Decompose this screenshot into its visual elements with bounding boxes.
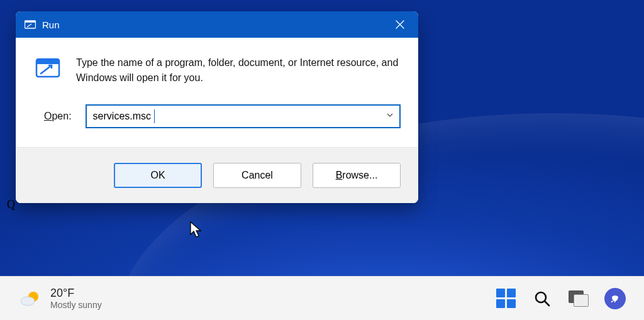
browse-button-label: Browse...	[336, 170, 378, 181]
open-combobox[interactable]	[86, 104, 401, 128]
run-icon	[33, 55, 62, 86]
weather-icon	[19, 287, 42, 310]
run-title-icon	[25, 20, 36, 29]
weather-widget[interactable]: 20°F Mostly sunny	[19, 286, 102, 311]
task-view-icon	[569, 290, 589, 307]
search-button[interactable]	[526, 282, 558, 315]
taskbar: 20°F Mostly sunny	[0, 276, 644, 320]
task-view-button[interactable]	[562, 282, 595, 315]
svg-point-5	[21, 297, 35, 306]
svg-rect-1	[25, 21, 36, 23]
windows-logo-icon	[496, 289, 516, 308]
weather-temp: 20°F	[50, 286, 102, 301]
svg-rect-3	[36, 59, 59, 64]
ok-button[interactable]: OK	[114, 163, 202, 188]
cancel-button-label: Cancel	[242, 170, 273, 181]
cancel-button[interactable]: Cancel	[213, 163, 301, 188]
dialog-button-row: OK Cancel Browse...	[16, 147, 418, 203]
close-icon	[396, 20, 404, 29]
run-dialog: Run Type the name of a program, folder, …	[16, 11, 418, 203]
start-button[interactable]	[489, 282, 522, 315]
titlebar[interactable]: Run	[16, 11, 418, 38]
mouse-cursor-icon	[190, 221, 204, 239]
dialog-body: Type the name of a program, folder, docu…	[16, 38, 418, 104]
close-button[interactable]	[386, 11, 414, 38]
dialog-description: Type the name of a program, folder, docu…	[76, 55, 401, 86]
weather-condition: Mostly sunny	[50, 300, 102, 311]
chat-icon	[604, 288, 626, 309]
stray-letter: Q	[7, 198, 15, 211]
browse-button[interactable]: Browse...	[313, 163, 401, 188]
dialog-title: Run	[42, 19, 60, 30]
ok-button-label: OK	[150, 170, 165, 181]
open-label: Open:	[44, 111, 72, 122]
search-icon	[533, 290, 551, 307]
open-input[interactable]	[86, 104, 401, 128]
chat-button[interactable]	[599, 282, 631, 315]
